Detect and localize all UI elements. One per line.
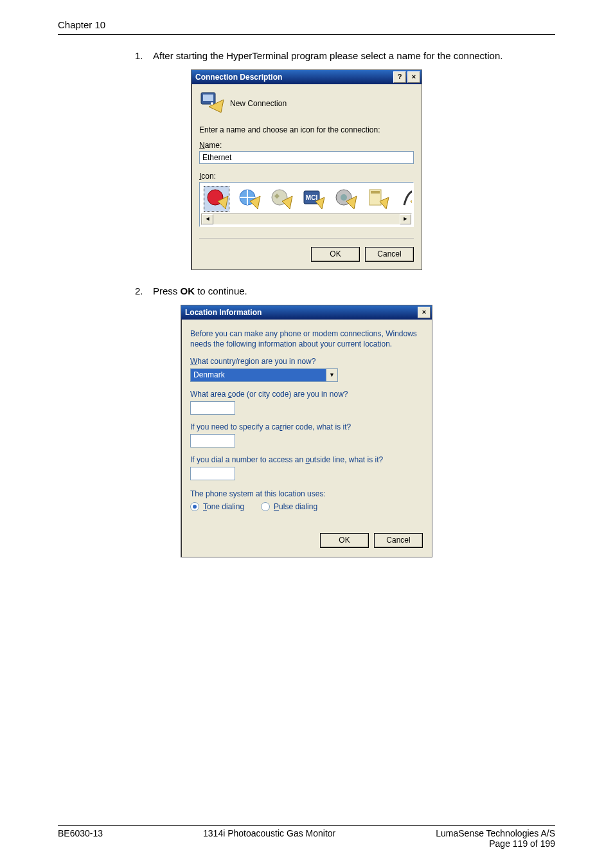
dialog-title: Location Information <box>185 308 262 317</box>
intro-text: Before you can make any phone or modem c… <box>190 329 423 349</box>
footer-right: LumaSense Technologies A/S Page 119 of 1… <box>436 828 555 849</box>
help-button[interactable]: ? <box>393 71 406 83</box>
name-label: Name: <box>199 141 414 150</box>
country-value: Denmark <box>191 369 326 381</box>
phone-system-label: The phone system at this location uses: <box>190 489 423 498</box>
ok-button[interactable]: OK <box>320 533 369 548</box>
carrier-code-label: If you need to specify a carrier code, w… <box>190 422 423 431</box>
page-footer: BE6030-13 1314i Photoacoustic Gas Monito… <box>58 825 555 849</box>
close-button[interactable]: × <box>407 71 420 83</box>
step-2-number: 2. <box>135 284 153 298</box>
tone-dialing-radio[interactable]: Tone dialing <box>190 502 244 511</box>
svg-text:MCI: MCI <box>306 194 318 201</box>
name-input[interactable] <box>199 151 414 164</box>
radio-dot-icon <box>190 502 199 511</box>
figure-connection-description: Connection Description ? × <box>58 69 555 270</box>
cancel-button[interactable]: Cancel <box>374 533 423 548</box>
area-code-label: What area code (or city code) are you in… <box>190 390 423 399</box>
icon-option-4[interactable]: MCI <box>300 186 326 212</box>
icon-option-3[interactable] <box>268 186 294 212</box>
close-button[interactable]: × <box>418 307 431 318</box>
scroll-left-button[interactable]: ◄ <box>202 214 213 224</box>
icon-scrollbar[interactable]: ◄ ► <box>201 213 412 225</box>
chapter-header: Chapter 10 <box>58 19 555 30</box>
icon-option-2[interactable] <box>236 186 262 212</box>
figure-location-information: Location Information × Before you can ma… <box>58 305 555 557</box>
svg-point-2 <box>211 102 213 105</box>
footer-left: BE6030-13 <box>58 828 103 849</box>
icon-option-5[interactable] <box>332 186 358 212</box>
icon-picker[interactable]: MCI <box>199 182 414 227</box>
carrier-code-input[interactable] <box>190 434 235 448</box>
ok-button[interactable]: OK <box>311 247 360 262</box>
svg-rect-11 <box>371 191 380 194</box>
svg-point-9 <box>341 194 347 201</box>
icon-option-6[interactable] <box>364 186 390 212</box>
step-1: 1. After starting the HyperTerminal prog… <box>135 49 555 63</box>
country-combo[interactable]: Denmark ▼ <box>190 368 338 382</box>
icon-option-7[interactable] <box>396 186 412 212</box>
location-information-dialog: Location Information × Before you can ma… <box>181 305 432 557</box>
new-connection-label: New Connection <box>230 99 287 108</box>
radio-dot-icon <box>261 502 270 511</box>
titlebar[interactable]: Location Information × <box>181 305 432 320</box>
dialog-title: Connection Description <box>195 73 282 82</box>
connection-description-dialog: Connection Description ? × <box>191 69 422 270</box>
step-1-text: After starting the HyperTerminal program… <box>153 49 555 63</box>
icon-label: Icon: <box>199 172 414 181</box>
footer-center: 1314i Photoacoustic Gas Monitor <box>203 828 335 849</box>
pulse-dialing-radio[interactable]: Pulse dialing <box>261 502 317 511</box>
new-connection-icon <box>199 91 225 116</box>
outside-line-input[interactable] <box>190 467 235 480</box>
step-2: 2. Press OK to continue. <box>135 284 555 298</box>
svg-rect-1 <box>203 95 213 101</box>
chevron-down-icon[interactable]: ▼ <box>326 369 337 381</box>
outside-line-label: If you dial a number to access an outsid… <box>190 455 423 464</box>
icon-option-1[interactable] <box>204 186 229 212</box>
step-2-text: Press OK to continue. <box>153 284 555 298</box>
country-label: What country/region are you in now? <box>190 357 423 366</box>
header-rule <box>58 34 555 35</box>
area-code-input[interactable] <box>190 401 235 415</box>
titlebar[interactable]: Connection Description ? × <box>191 70 422 84</box>
enter-name-label: Enter a name and choose an icon for the … <box>199 125 414 134</box>
step-1-number: 1. <box>135 49 153 63</box>
scroll-right-button[interactable]: ► <box>400 214 411 224</box>
cancel-button[interactable]: Cancel <box>365 247 414 262</box>
